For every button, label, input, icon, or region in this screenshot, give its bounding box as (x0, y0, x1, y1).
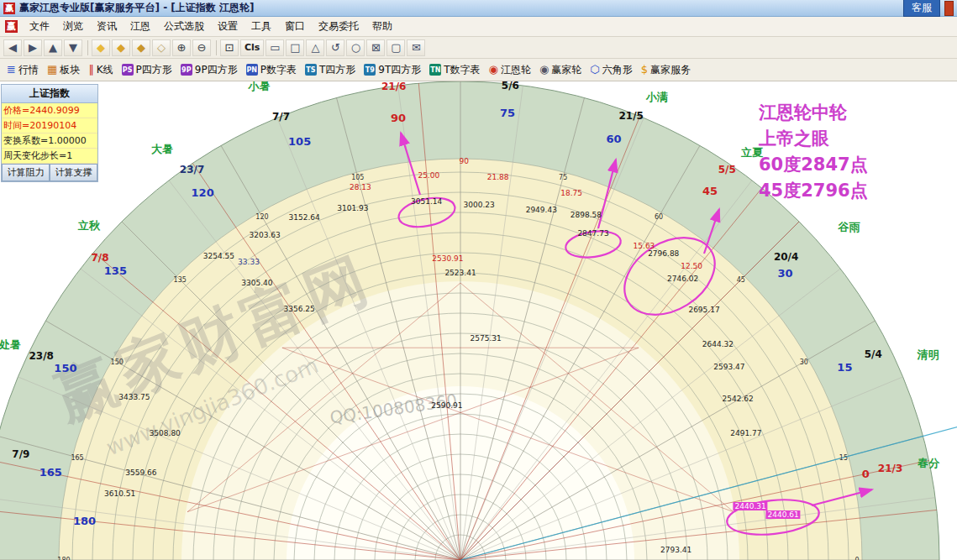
赢家轮-icon: ◉ (539, 64, 549, 76)
info-row: 周天变化步长=1 (2, 149, 97, 164)
ribbon-label: T数字表 (444, 63, 480, 77)
dashed-box-icon[interactable]: ▢ (386, 39, 405, 56)
diamond-4-icon[interactable]: ◇ (152, 39, 171, 56)
wheel-degree-label: 120 (192, 186, 214, 198)
app-logo-icon: 赢 (3, 3, 15, 14)
wheel-value: 33.33 (238, 258, 260, 266)
menu-logo-icon: 赢 (5, 20, 18, 33)
wheel-value: 3305.40 (241, 279, 272, 287)
P数字表-icon: PN (246, 64, 258, 76)
wheel-value: 2746.02 (667, 275, 698, 283)
rect-tool-icon[interactable]: ▭ (266, 39, 284, 56)
ribbon-label: T四方形 (319, 63, 355, 77)
ribbon-label: 六角形 (602, 63, 633, 77)
gann-annotation: 江恩轮中轮 上帝之眼 60度2847点 45度2796点 (759, 100, 868, 204)
menu-item-浏览[interactable]: 浏览 (56, 17, 90, 36)
wheel-value: 3000.23 (464, 201, 495, 209)
forward-icon[interactable]: ▶ (24, 39, 42, 56)
ribbon-button-江恩轮[interactable]: ◉江恩轮 (486, 61, 536, 79)
板块-icon: ▦ (47, 64, 57, 76)
9T四方形-icon: T9 (364, 64, 376, 76)
ribbon-button-T四方形[interactable]: TST四方形 (302, 61, 360, 79)
ribbon-button-板块[interactable]: ▦板块 (44, 61, 85, 79)
menu-item-工具[interactable]: 工具 (245, 17, 278, 36)
zoom-out-icon[interactable]: ⊖ (192, 39, 211, 56)
wheel-value: 2440.31 (734, 502, 768, 510)
info-row: 价格=2440.9099 (2, 103, 97, 118)
menu-item-文件[interactable]: 文件 (23, 17, 56, 36)
rotate-tool-icon[interactable]: ↺ (326, 39, 344, 56)
annotation-line: 45度2796点 (759, 178, 868, 204)
T四方形-icon: TS (305, 64, 317, 76)
wheel-value: 3559.66 (125, 468, 156, 477)
index-name-header: 上证指数 (2, 85, 97, 103)
wheel-value: 2793.41 (660, 546, 691, 554)
wheel-value: 2593.47 (713, 363, 744, 371)
down-icon[interactable]: ▼ (64, 39, 82, 56)
cls-button[interactable]: Cls (240, 39, 264, 56)
ribbon-button-P数字表[interactable]: PNP数字表 (243, 61, 302, 79)
ribbon-button-六角形[interactable]: ⬡六角形 (586, 61, 637, 79)
button-计算支撑[interactable]: 计算支撑 (50, 164, 97, 181)
window-title: 赢家江恩专业版[赢家服务平台] - [上证指数 江恩轮] (19, 1, 903, 15)
fit-screen-icon[interactable]: ⊡ (220, 39, 239, 56)
ribbon-label: P四方形 (136, 63, 172, 77)
up-icon[interactable]: ▲ (44, 39, 62, 56)
wheel-inner-degree: 135 (174, 276, 187, 284)
menu-item-交易委托[interactable]: 交易委托 (312, 17, 365, 36)
ribbon-label: 9T四方形 (378, 63, 421, 77)
wheel-inner-degree: 15 (839, 453, 848, 461)
menu-item-帮助[interactable]: 帮助 (365, 17, 399, 36)
wheel-value: 21.88 (487, 173, 509, 181)
ribbon-button-T数字表[interactable]: TNT数字表 (426, 61, 485, 79)
menu-item-窗口[interactable]: 窗口 (278, 17, 312, 36)
wheel-value: 2590.91 (431, 401, 462, 410)
menu-item-设置[interactable]: 设置 (211, 17, 245, 36)
wheel-date-label: 23/7 (180, 164, 204, 175)
diamond-3-icon[interactable]: ◆ (132, 39, 150, 56)
wheel-degree-label: 60 (607, 133, 622, 145)
square-tool-icon[interactable]: □ (286, 39, 304, 56)
cross-tool-icon[interactable]: ⊠ (366, 39, 385, 56)
zoom-in-icon[interactable]: ⊕ (172, 39, 191, 56)
menu-bar: 赢 文件浏览资讯江恩公式选股设置工具窗口交易委托帮助 (0, 17, 957, 37)
info-row: 变换系数=1.00000 (2, 133, 97, 149)
toolbar-separator (213, 40, 217, 55)
drawing-toolbar: ◀▶▲▼◆◆◆◇⊕⊖⊡Cls▭□△↺○⊠▢✉ (0, 37, 957, 59)
ribbon-button-赢家轮[interactable]: ◉赢家轮 (536, 61, 586, 79)
menu-item-公式选股[interactable]: 公式选股 (157, 17, 211, 36)
circle-tool-icon[interactable]: ○ (346, 39, 365, 56)
skin-tab-icon[interactable] (944, 1, 954, 16)
customer-service-button[interactable]: 客服 (903, 0, 940, 17)
back-icon[interactable]: ◀ (3, 39, 22, 56)
ribbon-button-行情[interactable]: ≣行情 (3, 61, 44, 79)
ribbon-button-K线[interactable]: ∥K线 (85, 61, 118, 79)
wheel-value: 3203.63 (250, 231, 281, 239)
diamond-1-icon[interactable]: ◆ (92, 39, 110, 56)
wheel-value: 3152.64 (289, 213, 320, 222)
wheel-date-label: 7/7 (272, 111, 290, 123)
wheel-value: 2949.43 (526, 206, 557, 214)
gann-wheel-chart-area[interactable]: 赢家财富网 www.yingjia360.com QQ:100808360 90… (0, 81, 957, 560)
button-计算阻力[interactable]: 计算阻力 (2, 164, 50, 181)
ribbon-label: 赢家轮 (551, 63, 581, 77)
wheel-value: 2542.62 (723, 395, 754, 403)
triangle-tool-icon[interactable]: △ (306, 39, 324, 56)
六角形-icon: ⬡ (590, 64, 599, 76)
ribbon-button-9T四方形[interactable]: T99T四方形 (360, 61, 426, 79)
ribbon-button-P四方形[interactable]: PSP四方形 (118, 61, 177, 79)
ribbon-button-赢家服务[interactable]: $赢家服务 (638, 61, 696, 79)
ribbon-button-9P四方形[interactable]: 9P9P四方形 (177, 61, 243, 79)
menu-item-资讯[interactable]: 资讯 (90, 17, 124, 36)
wheel-date-label: 23/8 (29, 350, 53, 362)
wheel-date-label: 7/9 (12, 448, 29, 460)
wheel-degree-label: 180 (73, 514, 96, 526)
menu-item-江恩[interactable]: 江恩 (124, 17, 157, 36)
wheel-inner-degree: 150 (111, 359, 124, 366)
diamond-2-icon[interactable]: ◆ (112, 39, 130, 56)
wheel-value: 3610.51 (104, 489, 135, 498)
wheel-value: 25.00 (418, 171, 439, 180)
赢家服务-icon: $ (641, 64, 648, 76)
wheel-value: 3433.75 (118, 393, 150, 401)
note-tool-icon[interactable]: ✉ (407, 39, 425, 56)
